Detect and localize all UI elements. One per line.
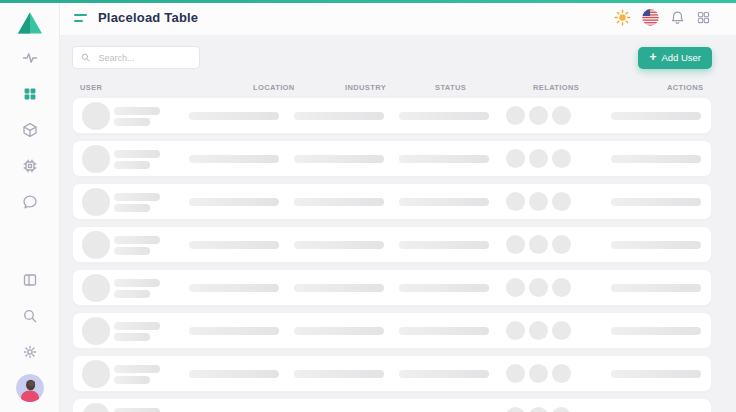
table-row-skeleton (72, 398, 712, 412)
search-input[interactable] (96, 52, 191, 64)
hamburger-line (74, 20, 83, 22)
status-placeholder (399, 241, 489, 249)
location-placeholder (189, 327, 279, 335)
add-user-button[interactable]: + Add User (638, 47, 712, 69)
page-header: Placeload Table (60, 0, 736, 36)
relation-dot-placeholder (529, 149, 548, 168)
user-avatar-image (16, 374, 44, 402)
column-header-location: LOCATION (253, 83, 295, 92)
avatar-placeholder (82, 102, 110, 130)
menu-toggle-button[interactable] (72, 12, 89, 24)
main-area: Placeload Table (60, 0, 736, 412)
actions-placeholder (611, 370, 701, 378)
industry-placeholder (294, 112, 384, 120)
sidebar (0, 0, 60, 412)
status-placeholder (399, 155, 489, 163)
relation-dot-placeholder (552, 364, 571, 383)
user-name-placeholder (114, 236, 160, 244)
table-body (72, 97, 712, 412)
table-toolbar: + Add User (72, 46, 712, 69)
location-placeholder (189, 155, 279, 163)
relation-dot-placeholder (506, 321, 525, 340)
apps-grid-icon (696, 10, 711, 25)
actions-placeholder (611, 284, 701, 292)
notifications-button[interactable] (669, 9, 686, 26)
add-user-label: Add User (661, 52, 701, 63)
relation-dot-placeholder (552, 407, 571, 412)
sidebar-item-messages[interactable] (0, 184, 60, 220)
avatar-placeholder (82, 188, 110, 216)
avatar-placeholder (82, 145, 110, 173)
relation-dot-placeholder (506, 278, 525, 297)
user-name-placeholder (114, 107, 160, 115)
industry-placeholder (294, 327, 384, 335)
relation-dot-placeholder (552, 321, 571, 340)
actions-placeholder (611, 241, 701, 249)
user-subtitle-placeholder (114, 161, 150, 169)
sidebar-item-elements[interactable] (0, 148, 60, 184)
sidebar-item-panels[interactable] (0, 262, 60, 298)
gear-icon (22, 344, 38, 360)
theme-toggle-button[interactable] (613, 8, 632, 27)
sidebar-item-settings[interactable] (0, 334, 60, 370)
status-placeholder (399, 198, 489, 206)
relation-dot-placeholder (552, 192, 571, 211)
industry-placeholder (294, 155, 384, 163)
user-name-placeholder (114, 322, 160, 330)
language-selector-button[interactable] (641, 8, 660, 27)
relation-dot-placeholder (529, 106, 548, 125)
sidebar-item-dashboard[interactable] (0, 76, 60, 112)
hamburger-line (74, 14, 87, 16)
app-logo[interactable] (17, 0, 43, 40)
sidebar-item-search[interactable] (0, 298, 60, 334)
location-placeholder (189, 241, 279, 249)
table-row-skeleton (72, 226, 712, 263)
industry-placeholder (294, 198, 384, 206)
search-box (72, 46, 200, 69)
industry-placeholder (294, 284, 384, 292)
relation-dot-placeholder (506, 149, 525, 168)
column-header-industry: INDUSTRY (345, 83, 386, 92)
sidebar-item-components[interactable] (0, 112, 60, 148)
table-row-skeleton (72, 355, 712, 392)
relation-dot-placeholder (506, 364, 525, 383)
relation-dot-placeholder (529, 364, 548, 383)
status-placeholder (399, 327, 489, 335)
avatar-placeholder (82, 274, 110, 302)
table-row-skeleton (72, 269, 712, 306)
relation-dot-placeholder (552, 278, 571, 297)
sidebar-bottom-group (0, 262, 60, 412)
actions-placeholder (611, 112, 701, 120)
triangle-logo-icon (17, 11, 43, 35)
user-name-placeholder (114, 365, 160, 373)
column-header-relations: RELATIONS (533, 83, 579, 92)
actions-placeholder (611, 198, 701, 206)
relation-dot-placeholder (506, 407, 525, 412)
table-row-skeleton (72, 183, 712, 220)
apps-menu-button[interactable] (695, 9, 712, 26)
column-header-status: STATUS (435, 83, 466, 92)
user-subtitle-placeholder (114, 204, 150, 212)
relation-dot-placeholder (529, 321, 548, 340)
user-name-placeholder (114, 150, 160, 158)
relation-dot-placeholder (529, 278, 548, 297)
search-icon (22, 308, 38, 324)
user-subtitle-placeholder (114, 290, 150, 298)
user-name-placeholder (114, 193, 160, 201)
actions-placeholder (611, 327, 701, 335)
relation-dot-placeholder (506, 235, 525, 254)
plus-icon: + (649, 51, 656, 63)
user-subtitle-placeholder (114, 247, 150, 255)
table-header-row: USER LOCATION INDUSTRY STATUS RELATIONS … (72, 81, 712, 95)
content-area: + Add User USER LOCATION INDUSTRY STATUS… (60, 36, 736, 412)
relation-dot-placeholder (552, 106, 571, 125)
status-placeholder (399, 284, 489, 292)
table-row-skeleton (72, 97, 712, 134)
sidebar-item-activity[interactable] (0, 40, 60, 76)
avatar-placeholder (82, 403, 110, 412)
user-avatar[interactable] (0, 370, 60, 406)
chat-bubble-icon (22, 194, 38, 210)
relation-dot-placeholder (552, 149, 571, 168)
location-placeholder (189, 370, 279, 378)
location-placeholder (189, 284, 279, 292)
